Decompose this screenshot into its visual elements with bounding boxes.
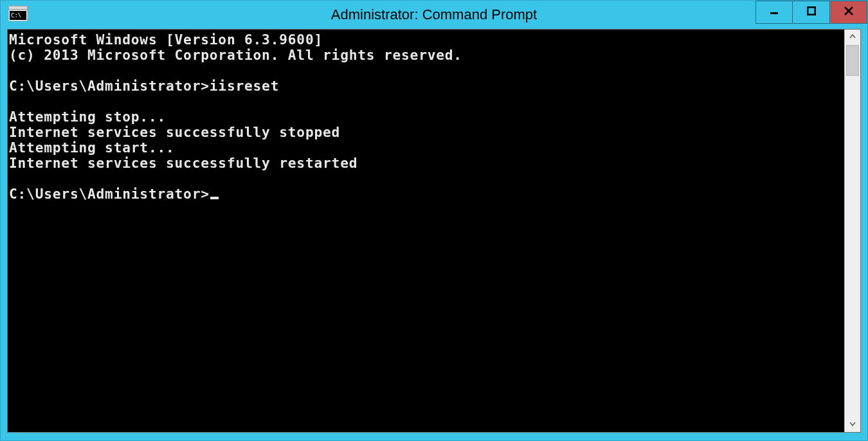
- terminal-line: Attempting stop...: [9, 109, 166, 125]
- scroll-track[interactable]: [845, 45, 860, 417]
- vertical-scrollbar[interactable]: [844, 30, 860, 432]
- close-button[interactable]: [830, 1, 867, 24]
- terminal-line: Internet services successfully restarted: [9, 155, 357, 171]
- terminal-line: (c) 2013 Microsoft Corporation. All righ…: [9, 47, 462, 63]
- maximize-button[interactable]: [793, 1, 830, 24]
- chevron-down-icon: [849, 420, 856, 429]
- minimize-button[interactable]: [755, 1, 793, 24]
- cmd-icon: C:\: [8, 6, 28, 21]
- terminal-prompt: C:\Users\Administrator>: [9, 186, 210, 202]
- titlebar[interactable]: C:\ Administrator: Command Prompt: [1, 1, 867, 29]
- svg-rect-1: [8, 6, 28, 10]
- terminal-line: Attempting start...: [9, 140, 175, 156]
- terminal-line: C:\Users\Administrator>iisreset: [9, 78, 279, 94]
- close-icon: [844, 6, 854, 19]
- terminal-line: Microsoft Windows [Version 6.3.9600]: [9, 32, 323, 48]
- terminal-output[interactable]: Microsoft Windows [Version 6.3.9600] (c)…: [8, 30, 844, 432]
- window-title: Administrator: Command Prompt: [1, 6, 867, 23]
- svg-rect-5: [808, 7, 815, 15]
- chevron-up-icon: [849, 33, 856, 42]
- scroll-down-button[interactable]: [845, 417, 860, 432]
- caption-buttons: [755, 1, 867, 24]
- minimize-icon: [770, 6, 779, 18]
- scroll-up-button[interactable]: [845, 30, 860, 45]
- svg-text:C:\: C:\: [11, 12, 21, 19]
- client-area: Microsoft Windows [Version 6.3.9600] (c)…: [7, 29, 861, 433]
- svg-rect-4: [770, 12, 778, 14]
- cursor-icon: [210, 197, 219, 199]
- terminal-line: Internet services successfully stopped: [9, 124, 340, 140]
- scroll-thumb[interactable]: [846, 45, 859, 76]
- maximize-icon: [807, 6, 816, 18]
- app-window: C:\ Administrator: Command Prompt: [0, 0, 868, 441]
